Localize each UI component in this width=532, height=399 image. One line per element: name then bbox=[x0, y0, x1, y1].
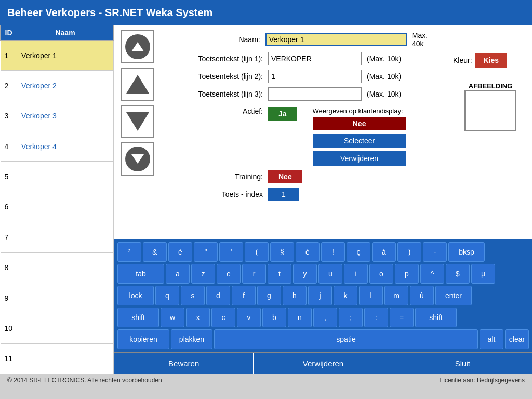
key-spatie[interactable]: spatie bbox=[214, 329, 478, 349]
key-k[interactable]: k bbox=[334, 286, 357, 305]
row-naam bbox=[17, 313, 114, 343]
table-row[interactable]: 5 bbox=[1, 162, 114, 192]
key-t[interactable]: t bbox=[268, 264, 291, 284]
col-id: ID bbox=[1, 25, 17, 41]
row-naam: Verkoper 1 bbox=[17, 41, 114, 71]
keyboard-row: lockqsdfghjklmùenter bbox=[117, 286, 529, 305]
table-row[interactable]: 7 bbox=[1, 222, 114, 252]
key-p[interactable]: p bbox=[395, 264, 419, 284]
key-m[interactable]: m bbox=[384, 286, 408, 305]
arrow-up-circle-icon bbox=[125, 34, 150, 59]
key-_[interactable]: ; bbox=[339, 308, 363, 327]
key-z[interactable]: z bbox=[191, 264, 215, 284]
verwijderen-button[interactable]: Verwijderen bbox=[313, 151, 406, 166]
key-_[interactable]: " bbox=[194, 242, 218, 262]
key-_[interactable]: ( bbox=[245, 242, 269, 262]
table-row[interactable]: 4Verkoper 4 bbox=[1, 131, 114, 162]
form-area: Naam: Max. 40k Toetsentekst (lijn 1): (M… bbox=[161, 25, 449, 239]
key-f[interactable]: f bbox=[232, 286, 256, 305]
copyright-text: © 2014 SR-ELECTRONICS. Alle rechten voor… bbox=[7, 377, 162, 384]
key-lock[interactable]: lock bbox=[117, 286, 154, 305]
table-row[interactable]: 8 bbox=[1, 252, 114, 283]
key-_[interactable]: é bbox=[168, 242, 192, 262]
key-x[interactable]: x bbox=[186, 308, 210, 327]
key-s[interactable]: s bbox=[181, 286, 205, 305]
weergeven-nee-button[interactable]: Nee bbox=[313, 117, 406, 130]
key-_[interactable]: µ bbox=[471, 264, 495, 284]
training-nee-button[interactable]: Nee bbox=[268, 170, 302, 183]
toets-index-button[interactable]: 1 bbox=[268, 188, 299, 201]
key-clear[interactable]: clear bbox=[505, 329, 529, 349]
key-_[interactable]: ! bbox=[321, 242, 345, 262]
key-bksp[interactable]: bksp bbox=[448, 242, 485, 262]
key-g[interactable]: g bbox=[257, 286, 281, 305]
arrow-down-circle-icon bbox=[125, 147, 150, 171]
key-_[interactable]: ç bbox=[347, 242, 370, 262]
selecteer-button[interactable]: Selecteer bbox=[313, 134, 406, 148]
key-o[interactable]: o bbox=[369, 264, 393, 284]
key-_[interactable]: § bbox=[270, 242, 294, 262]
arrow-up-circle-btn[interactable] bbox=[121, 30, 154, 63]
key-v[interactable]: v bbox=[237, 308, 261, 327]
arrow-down-btn[interactable] bbox=[121, 105, 154, 138]
arrow-up-btn[interactable] bbox=[121, 68, 154, 101]
key-enter[interactable]: enter bbox=[435, 286, 472, 305]
key-h[interactable]: h bbox=[283, 286, 307, 305]
key-tab[interactable]: tab bbox=[117, 264, 164, 284]
key-i[interactable]: i bbox=[344, 264, 368, 284]
naam-input[interactable] bbox=[265, 33, 407, 46]
key-shift[interactable]: shift bbox=[415, 308, 457, 327]
key-e[interactable]: e bbox=[217, 264, 241, 284]
max-40k-label: Max. 40k bbox=[412, 31, 441, 48]
key-_[interactable]: ^ bbox=[420, 264, 444, 284]
key-_[interactable]: : bbox=[364, 308, 388, 327]
key-_[interactable]: - bbox=[423, 242, 447, 262]
kies-button[interactable]: Kies bbox=[475, 53, 508, 68]
key-_[interactable]: , bbox=[313, 308, 337, 327]
table-row[interactable]: 6 bbox=[1, 192, 114, 222]
key-w[interactable]: w bbox=[161, 308, 184, 327]
toets2-input[interactable] bbox=[268, 70, 362, 83]
toets1-input[interactable] bbox=[268, 52, 362, 65]
key-r[interactable]: r bbox=[242, 264, 266, 284]
key-kopieren[interactable]: kopiëren bbox=[117, 329, 169, 349]
key-j[interactable]: j bbox=[308, 286, 332, 305]
key-a[interactable]: a bbox=[166, 264, 190, 284]
arrow-down-circle-btn[interactable] bbox=[121, 142, 154, 176]
verwijderen-bottom-button[interactable]: Verwijderen bbox=[254, 353, 393, 374]
key-_[interactable]: $ bbox=[446, 264, 470, 284]
sluit-button[interactable]: Sluit bbox=[393, 353, 532, 374]
key-_[interactable]: ) bbox=[397, 242, 421, 262]
actief-ja-button[interactable]: Ja bbox=[268, 107, 297, 121]
key-b[interactable]: b bbox=[262, 308, 286, 327]
key-_[interactable]: & bbox=[143, 242, 167, 262]
footer: © 2014 SR-ELECTRONICS. Alle rechten voor… bbox=[0, 374, 532, 387]
table-row[interactable]: 1Verkoper 1 bbox=[1, 41, 114, 71]
table-row[interactable]: 9 bbox=[1, 283, 114, 313]
key-c[interactable]: c bbox=[211, 308, 235, 327]
table-row[interactable]: 11 bbox=[1, 343, 114, 374]
key-_[interactable]: ' bbox=[219, 242, 243, 262]
toets3-label: Toetsentekst (lijn 3): bbox=[169, 90, 263, 98]
table-row[interactable]: 10 bbox=[1, 313, 114, 343]
key-_[interactable]: è bbox=[296, 242, 320, 262]
key-_[interactable]: = bbox=[390, 308, 414, 327]
key-n[interactable]: n bbox=[288, 308, 312, 327]
key-_[interactable]: ù bbox=[410, 286, 434, 305]
key-plakken[interactable]: plakken bbox=[171, 329, 212, 349]
key-_[interactable]: à bbox=[372, 242, 396, 262]
toets3-input[interactable] bbox=[268, 87, 362, 101]
key-shift[interactable]: shift bbox=[117, 308, 159, 327]
key-q[interactable]: q bbox=[155, 286, 179, 305]
table-row[interactable]: 2Verkoper 2 bbox=[1, 71, 114, 101]
key-u[interactable]: u bbox=[318, 264, 342, 284]
bottom-bar: Bewaren Verwijderen Sluit bbox=[114, 352, 532, 374]
key-alt[interactable]: alt bbox=[480, 329, 503, 349]
row-naam bbox=[17, 162, 114, 192]
key-_[interactable]: ² bbox=[117, 242, 141, 262]
key-y[interactable]: y bbox=[293, 264, 317, 284]
bewaren-button[interactable]: Bewaren bbox=[114, 353, 254, 374]
key-l[interactable]: l bbox=[359, 286, 383, 305]
key-d[interactable]: d bbox=[206, 286, 230, 305]
table-row[interactable]: 3Verkoper 3 bbox=[1, 101, 114, 131]
